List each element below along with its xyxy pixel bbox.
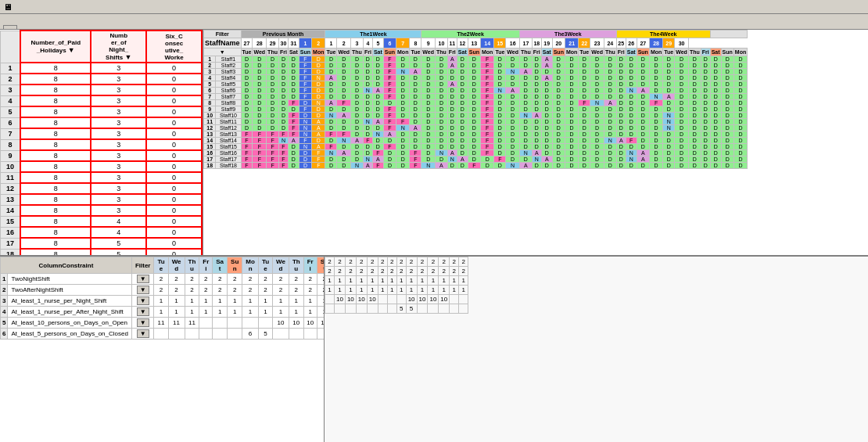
schedule-cell: D xyxy=(468,100,480,106)
schedule-cell: D xyxy=(351,63,364,69)
schedule-cell: D xyxy=(541,150,552,156)
constraint-value: 1 xyxy=(258,296,272,307)
schedule-cell: F xyxy=(299,138,311,144)
lr-value: 2 xyxy=(396,257,406,267)
schedule-cell: A xyxy=(372,88,383,94)
schedule-cell: D xyxy=(278,113,288,119)
schedule-cell: D xyxy=(288,94,299,100)
constraint-value: 11 xyxy=(185,318,199,329)
schedule-cell: D xyxy=(733,69,747,75)
lr-value: 1 xyxy=(335,286,346,295)
constraint-value: 2 xyxy=(242,285,259,296)
schedule-cell: D xyxy=(616,88,626,94)
schedule-cell: A xyxy=(541,63,552,69)
schedule-cell: D xyxy=(363,63,372,69)
lr-value: 1 xyxy=(325,286,335,295)
schedule-cell: N xyxy=(506,163,520,169)
row-num: 6 xyxy=(1,117,21,128)
lr-value: 1 xyxy=(356,276,367,286)
week3-header: The3Week xyxy=(519,31,616,38)
schedule-cell: D xyxy=(721,150,733,156)
paid-holidays-val: 8 xyxy=(20,205,91,216)
schedule-cell: D xyxy=(506,106,520,113)
lr-value xyxy=(325,304,335,314)
schedule-cell: D xyxy=(590,69,604,75)
schedule-cell: D xyxy=(649,88,662,94)
schedule-cell: D xyxy=(363,69,372,75)
constraint-filter[interactable]: ▼ xyxy=(131,285,154,296)
schedule-cell: D xyxy=(312,138,325,144)
paid-holidays-val: 8 xyxy=(20,117,91,128)
schedule-cell: D xyxy=(733,138,747,144)
schedule-cell: D xyxy=(552,106,565,113)
row-num: 3 xyxy=(1,84,21,95)
filter-col-header: Filter xyxy=(131,257,154,274)
lr-value: 10 xyxy=(417,295,428,304)
paid-holidays-val: 8 xyxy=(20,227,91,238)
schedule-cell: D xyxy=(267,119,279,125)
constraint-value xyxy=(185,329,199,340)
lower-right-panel: 2222222222222222222222222222111111111111… xyxy=(325,257,868,442)
constraint-filter[interactable]: ▼ xyxy=(131,329,154,340)
schedule-cell: F xyxy=(267,163,279,169)
schedule-cell: F xyxy=(579,100,590,106)
schedule-cell: D xyxy=(436,144,448,150)
schedule-cell: D xyxy=(288,81,299,88)
consec-val: 0 xyxy=(146,117,202,128)
schedule-cell: D xyxy=(457,69,468,75)
consec-val: 0 xyxy=(146,128,202,139)
schedule-cell: D xyxy=(552,88,565,94)
schedule-cell: N xyxy=(604,138,616,144)
schedule-cell: D xyxy=(457,113,468,119)
lr-value: 2 xyxy=(450,267,459,276)
schedule-cell: D xyxy=(616,63,626,69)
schedule-cell: D xyxy=(351,69,364,75)
constraint-value: 2 xyxy=(213,274,228,285)
constraint-value: 1 xyxy=(199,307,213,318)
schedule-cell: D xyxy=(701,106,710,113)
schedule-cell: D xyxy=(383,100,396,106)
staff-name-cell: Staff12 xyxy=(216,125,241,131)
schedule-cell: D xyxy=(637,94,649,100)
constraint-value: 1 xyxy=(168,296,185,307)
constraint-filter[interactable]: ▼ xyxy=(131,296,154,307)
lr-value: 2 xyxy=(428,267,439,276)
schedule-cell: D xyxy=(710,150,721,156)
constraint-filter[interactable]: ▼ xyxy=(131,274,154,285)
schedule-cell: D xyxy=(519,75,532,81)
constraint-filter[interactable]: ▼ xyxy=(131,318,154,329)
schedule-cell: D xyxy=(436,119,448,125)
schedule-cell: D xyxy=(616,131,626,138)
schedule-cell: A xyxy=(447,81,457,88)
constraint-filter[interactable]: ▼ xyxy=(131,307,154,318)
schedule-cell: A xyxy=(372,156,383,163)
schedule-cell: D xyxy=(552,94,565,100)
schedule-cell: D xyxy=(721,119,733,125)
schedule-cell: D xyxy=(241,106,253,113)
schedule-cell: F xyxy=(288,125,299,131)
schedule-cell: D xyxy=(457,56,468,63)
lr-value: 1 xyxy=(450,276,459,286)
lr-value xyxy=(450,304,459,314)
schedule-cell: D xyxy=(241,113,253,119)
schedule-cell: D xyxy=(421,150,436,156)
schedule-cell: D xyxy=(312,106,325,113)
schedule-cell: N xyxy=(372,131,383,138)
schedule-cell: D xyxy=(616,100,626,106)
schedule-cell: D xyxy=(532,63,541,69)
lr-value: 2 xyxy=(367,267,378,276)
lr-value: 2 xyxy=(406,267,417,276)
schedule-cell: D xyxy=(733,106,747,113)
paid-holidays-val: 8 xyxy=(20,161,91,172)
schedule-cell: D xyxy=(590,81,604,88)
schedule-cell: F xyxy=(241,150,253,156)
schedule-cell: A xyxy=(436,163,448,169)
schedule-cell: F xyxy=(383,75,396,81)
schedule-cell: D xyxy=(649,106,662,113)
schedule-cell: D xyxy=(579,75,590,81)
tab-solution1[interactable] xyxy=(3,25,17,29)
constraint-value: 10 xyxy=(273,318,289,329)
lr-value xyxy=(325,295,335,304)
schedule-cell: D xyxy=(552,100,565,106)
row-num: 7 xyxy=(1,128,21,139)
